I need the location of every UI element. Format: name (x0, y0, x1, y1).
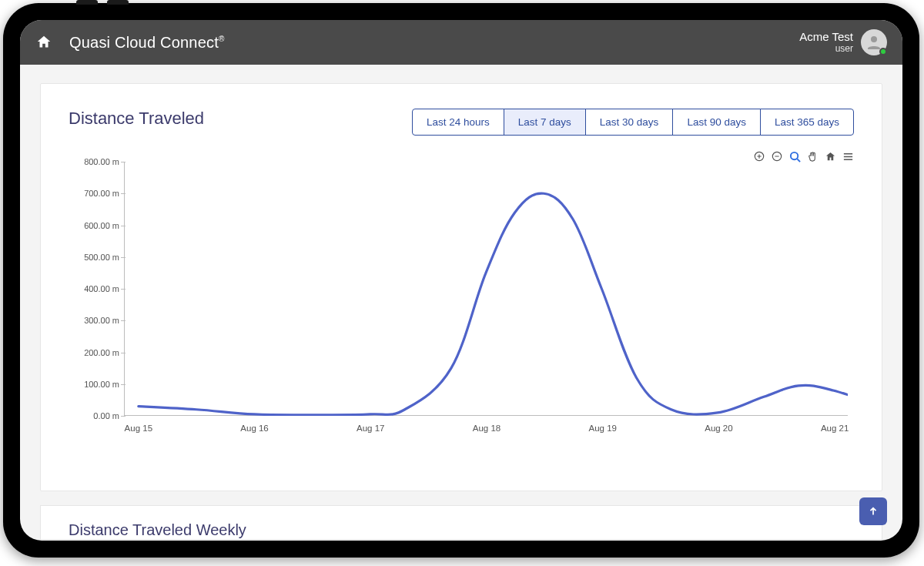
x-tick-label: Aug 19 (588, 424, 616, 433)
y-tick-label: 0.00 m (69, 411, 119, 420)
zoom-out-icon[interactable] (771, 150, 783, 162)
x-tick-label: Aug 20 (705, 424, 732, 433)
reset-home-icon[interactable] (824, 150, 836, 162)
device-physical-buttons (76, 0, 138, 6)
brand-text: Quasi Cloud Connect (69, 34, 219, 51)
next-card-peek: Distance Traveled Weekly (40, 505, 882, 540)
next-card-title: Distance Traveled Weekly (69, 521, 854, 539)
x-tick-label: Aug 21 (821, 424, 849, 433)
y-tick-label: 200.00 m (69, 348, 119, 357)
range-button-last-365-days[interactable]: Last 365 days (760, 109, 854, 136)
y-tick-label: 300.00 m (69, 316, 119, 325)
device-frame: Quasi Cloud Connect® Acme Test user (3, 3, 919, 558)
x-tick-label: Aug 18 (473, 424, 500, 433)
avatar[interactable] (861, 29, 887, 55)
range-button-last-7-days[interactable]: Last 7 days (504, 109, 586, 136)
chart-toolbar (753, 150, 854, 162)
x-tick-label: Aug 17 (357, 424, 384, 433)
home-icon[interactable] (35, 34, 52, 51)
y-tick-label: 100.00 m (69, 380, 119, 389)
brand-symbol: ® (219, 35, 225, 43)
brand-title: Quasi Cloud Connect® (69, 34, 225, 52)
range-button-last-30-days[interactable]: Last 30 days (585, 109, 674, 136)
presence-indicator (879, 48, 887, 55)
device-screen: Quasi Cloud Connect® Acme Test user (20, 20, 902, 541)
svg-point-3 (790, 152, 797, 159)
y-tick-label: 600.00 m (69, 221, 119, 230)
top-bar: Quasi Cloud Connect® Acme Test user (20, 20, 902, 65)
y-tick-label: 400.00 m (69, 284, 119, 293)
y-tick-label: 700.00 m (69, 189, 119, 198)
x-tick-label: Aug 15 (125, 424, 152, 433)
scroll-to-top-button[interactable] (859, 497, 887, 525)
menu-icon[interactable] (842, 150, 854, 162)
y-tick-label: 500.00 m (69, 253, 119, 262)
user-block[interactable]: Acme Test user (799, 29, 887, 55)
distance-traveled-card: Distance Traveled Last 24 hoursLast 7 da… (40, 83, 882, 491)
user-name: Acme Test (799, 31, 853, 44)
chart-area[interactable]: 0.00 m100.00 m200.00 m300.00 m400.00 m50… (69, 162, 854, 439)
card-title: Distance Traveled (69, 109, 204, 129)
zoom-select-icon[interactable] (788, 150, 801, 162)
time-range-group: Last 24 hoursLast 7 daysLast 30 daysLast… (412, 109, 854, 136)
pan-icon[interactable] (806, 150, 819, 162)
range-button-last-90-days[interactable]: Last 90 days (672, 109, 761, 136)
zoom-in-icon[interactable] (753, 150, 765, 162)
user-role: user (799, 44, 853, 54)
y-tick-label: 800.00 m (69, 157, 119, 166)
range-button-last-24-hours[interactable]: Last 24 hours (412, 109, 504, 136)
chart-line (124, 162, 848, 416)
svg-point-0 (871, 36, 877, 42)
x-tick-label: Aug 16 (240, 424, 268, 433)
